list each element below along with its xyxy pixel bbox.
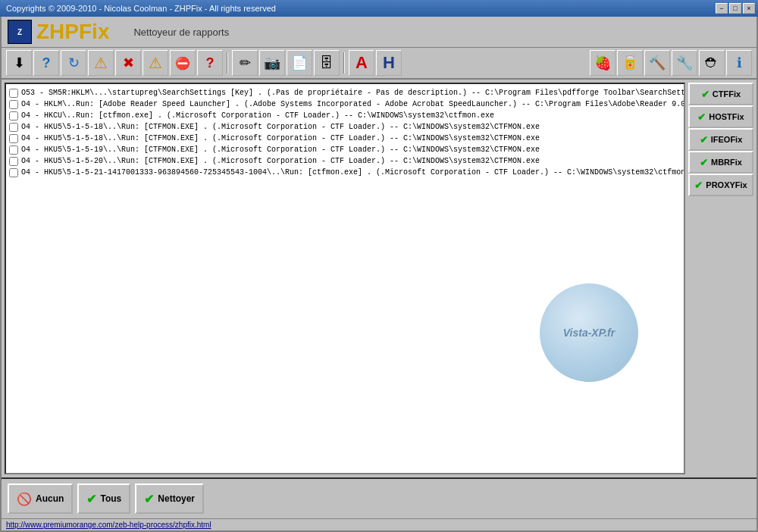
logo-text: ZHPFix	[36, 20, 109, 44]
info-icon[interactable]: ℹ	[726, 50, 752, 76]
header: Z ZHPFix Nettoyeur de rapports	[2, 17, 756, 48]
main-window: Z ZHPFix Nettoyeur de rapports ⬇ ? ↻ ⚠ ✖…	[0, 17, 758, 532]
font-h-icon[interactable]: H	[376, 50, 402, 76]
log-line: O4 - HKU5\5-1-5-20\..\Run: [CTFMON.EXE] …	[9, 155, 681, 167]
logo-area: Z ZHPFix	[8, 20, 109, 44]
log-text: O4 - HKU5\5-1-5-18\..\Run: [CTFMON.EXE] …	[21, 121, 540, 133]
log-text: O4 - HKLM\..Run: [Adobe Reader Speed Lau…	[21, 99, 685, 110]
log-line: O4 - HKLM\..Run: [Adobe Reader Speed Lau…	[9, 99, 681, 110]
helmet-icon[interactable]: ⛑	[699, 50, 725, 76]
log-text: O4 - HKU5\5-1-5-19\..\Run: [CTFMON.EXE] …	[21, 144, 540, 155]
maximize-button[interactable]: □	[729, 3, 741, 14]
log-checkbox[interactable]	[9, 100, 18, 109]
log-line: O4 - HKU5\5-1-5-21-1417001333-963894560-…	[9, 167, 681, 178]
aucun-button[interactable]: 🚫 Aucun	[8, 483, 73, 514]
fix-label: MBRFix	[711, 158, 742, 167]
minimize-button[interactable]: −	[716, 3, 728, 14]
bottom-area: 🚫 Aucun ✔ Tous ✔ Nettoyer	[2, 477, 756, 518]
aucun-label: Aucun	[36, 493, 64, 504]
title-text: Copyrights © 2009-2010 - Nicolas Coolman…	[3, 4, 276, 13]
check-icon: ✔	[701, 89, 709, 100]
log-text: O4 - HKU5\5-1-5-21-1417001333-963894560-…	[21, 167, 685, 178]
tool2-icon[interactable]: 🥫	[617, 50, 643, 76]
status-url: http://www.premiumorange.com/zeb-help-pr…	[6, 521, 211, 529]
log-text: O4 - HKU5\5-1-5-20\..\Run: [CTFMON.EXE] …	[21, 155, 540, 167]
subtitle-text: Nettoyeur de rapports	[133, 27, 229, 38]
logo-icon: Z	[8, 20, 32, 44]
log-line: O4 - HKU5\5-1-5-18\..\Run: [CTFMON.EXE] …	[9, 121, 681, 133]
font-a-icon[interactable]: A	[349, 50, 374, 76]
fix-buttons-container: ✔CTFFix✔HOSTFix✔IFEOFix✔MBRFix✔PROXYFix	[688, 83, 753, 196]
proxyfix-button[interactable]: ✔PROXYFix	[688, 174, 753, 196]
check-icon: ✔	[697, 111, 706, 123]
toolbar-separator-1	[227, 52, 228, 74]
right-panel: ✔CTFFix✔HOSTFix✔IFEOFix✔MBRFix✔PROXYFix	[688, 80, 756, 477]
delete-icon[interactable]: ✖	[115, 50, 141, 76]
log-line: O4 - HKU5\5-1-5-19\..\Run: [CTFMON.EXE] …	[9, 144, 681, 155]
hostfix-button[interactable]: ✔HOSTFix	[688, 105, 753, 128]
ifeofix-button[interactable]: ✔IFEOFix	[688, 128, 753, 151]
log-checkbox[interactable]	[9, 134, 18, 143]
question-icon[interactable]: ?	[197, 50, 223, 76]
alert-icon[interactable]: ⚠	[143, 50, 168, 76]
close-button[interactable]: ×	[743, 3, 755, 14]
check-icon: ✔	[700, 157, 708, 168]
fix-label: PROXYFix	[706, 180, 747, 189]
log-text: O4 - HKCU\..Run: [ctfmon.exe] . (.Micros…	[21, 110, 494, 121]
mbrfix-button[interactable]: ✔MBRFix	[688, 151, 753, 174]
pencil-icon[interactable]: ✏	[232, 50, 258, 76]
download-icon[interactable]: ⬇	[6, 50, 32, 76]
nettoyer-icon: ✔	[144, 492, 154, 506]
tool4-icon[interactable]: 🔧	[672, 50, 697, 76]
log-checkbox[interactable]	[9, 123, 18, 132]
aucun-icon: 🚫	[17, 492, 32, 506]
tous-label: Tous	[100, 493, 121, 504]
log-checkbox[interactable]	[9, 111, 18, 120]
right-toolbar: 🍓 🥫 🔨 🔧 ⛑ ℹ	[590, 50, 752, 76]
window-controls[interactable]: − □ ×	[716, 3, 755, 14]
fix-label: IFEOFix	[711, 135, 743, 144]
toolbar-separator-2	[343, 52, 345, 74]
fix-label: CTFFix	[713, 89, 741, 99]
watermark: Vista-XP.fr	[540, 283, 638, 382]
watermark-text: Vista-XP.fr	[563, 327, 615, 339]
log-line: O4 - HKCU\..Run: [ctfmon.exe] . (.Micros…	[9, 110, 681, 121]
page-icon[interactable]: 📄	[287, 50, 312, 76]
main-panel[interactable]: O53 - SM5R:HKLM\...\startupreg\SearchSet…	[5, 83, 685, 474]
fix-label: HOSTFix	[709, 112, 744, 121]
log-text: O4 - HKU5\5-1-5-18\..\Run: [CTFMON.EXE] …	[21, 133, 540, 144]
content-area: O53 - SM5R:HKLM\...\startupreg\SearchSet…	[2, 80, 756, 477]
log-checkbox[interactable]	[9, 89, 18, 98]
nettoyer-label: Nettoyer	[158, 493, 195, 504]
stop-icon[interactable]: ⛔	[170, 50, 196, 76]
log-container: O53 - SM5R:HKLM\...\startupreg\SearchSet…	[9, 87, 681, 178]
log-text: O53 - SM5R:HKLM\...\startupreg\SearchSet…	[21, 87, 685, 99]
nettoyer-button[interactable]: ✔ Nettoyer	[135, 483, 204, 514]
camera-icon[interactable]: 📷	[259, 50, 285, 76]
warning-yellow-icon[interactable]: ⚠	[88, 50, 114, 76]
check-icon: ✔	[694, 180, 703, 191]
ctffix-button[interactable]: ✔CTFFix	[688, 83, 753, 105]
check-icon: ✔	[700, 134, 708, 146]
log-checkbox[interactable]	[9, 168, 18, 177]
tool3-icon[interactable]: 🔨	[644, 50, 670, 76]
log-line: O4 - HKU5\5-1-5-18\..\Run: [CTFMON.EXE] …	[9, 133, 681, 144]
tool1-icon[interactable]: 🍓	[590, 50, 615, 76]
refresh-icon[interactable]: ↻	[61, 50, 86, 76]
log-line: O53 - SM5R:HKLM\...\startupreg\SearchSet…	[9, 87, 681, 99]
tous-button[interactable]: ✔ Tous	[77, 483, 130, 514]
toolbar: ⬇ ? ↻ ⚠ ✖ ⚠ ⛔ ? ✏ 📷 📄 🗄 A H 🍓 🥫 🔨 🔧 ⛑ ℹ	[2, 48, 756, 80]
log-checkbox[interactable]	[9, 146, 18, 155]
help-icon[interactable]: ?	[33, 50, 59, 76]
tous-icon: ✔	[86, 492, 96, 506]
database-icon[interactable]: 🗄	[314, 50, 340, 76]
log-checkbox[interactable]	[9, 157, 18, 166]
title-bar: Copyrights © 2009-2010 - Nicolas Coolman…	[0, 0, 758, 17]
status-bar: http://www.premiumorange.com/zeb-help-pr…	[2, 518, 756, 530]
